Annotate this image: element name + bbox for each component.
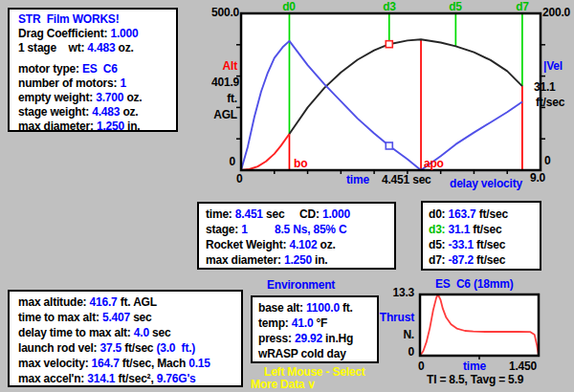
value-text: (3.0 ft.) xyxy=(156,341,195,355)
more-data-label: More Data xyxy=(251,378,304,391)
mouse-hint-label: Left Mouse - Select xyxy=(264,365,365,379)
label-text: launch rod vel: xyxy=(18,341,99,355)
value-text: 3.700 xyxy=(96,91,123,104)
label-text: in. xyxy=(312,253,328,267)
label-text: stage weight: xyxy=(18,105,92,119)
label-text: Rocket Weight: xyxy=(206,238,289,251)
environment-title: Environment xyxy=(267,278,335,292)
vel-axis-unit: ft/sec xyxy=(536,96,564,109)
label-text: d0: xyxy=(429,207,449,221)
info-line: STR Film WORKS! xyxy=(18,12,176,27)
info-line: max altitude: 416.7 ft. AGL xyxy=(18,294,241,310)
selection-marker-right[interactable] xyxy=(386,142,392,149)
wrasp-simulation-window: STR Film WORKS!Drag Coefficient: 1.0001 … xyxy=(0,0,574,392)
delay-line-label-d0[interactable]: d0 xyxy=(282,0,296,13)
thrust-curve-chart xyxy=(420,294,539,356)
label-text: ft/sec xyxy=(474,238,505,251)
label-text: ft/sec, Mach xyxy=(120,357,189,370)
label-text: motor type: xyxy=(18,62,82,76)
rocket-info-box: STR Film WORKS!Drag Coefficient: 1.0001 … xyxy=(8,8,178,132)
info-line: d5: -33.1 ft/sec xyxy=(429,237,540,252)
label-text: wRASP cold day xyxy=(258,347,346,360)
value-text: 37.5 xyxy=(99,341,121,355)
thrust-axis-zero-label: 0 xyxy=(382,345,414,359)
thrust-axis-title: Thrust xyxy=(376,311,414,324)
label-text: sec CD: xyxy=(263,207,322,221)
label-text: press: xyxy=(258,332,295,345)
label-text: in.Hg xyxy=(322,332,353,345)
selection-marker-left[interactable] xyxy=(386,41,392,48)
info-line: max diameter: 1.250 in. xyxy=(206,252,394,268)
value-text: 1.000 xyxy=(110,27,138,40)
label-text: time to max alt: xyxy=(18,311,102,324)
label-text: oz. xyxy=(123,91,142,104)
value-text: 8.451 xyxy=(235,207,263,221)
delay-velocity-axis-title: delay velocity xyxy=(450,177,522,190)
thrust-plot-background xyxy=(420,294,539,356)
label-text: ft/sec xyxy=(121,341,156,355)
label-text: time: xyxy=(206,207,235,221)
label-text: in. xyxy=(124,120,141,133)
time-axis-max-label: 9.0 xyxy=(530,171,545,185)
info-line: number of motors: 1 xyxy=(18,76,176,91)
info-line: d3: 31.1 ft/sec xyxy=(429,222,540,237)
thrust-time-max-label: 1.450 xyxy=(509,359,537,373)
value-text: 8.5 Ns, 85% C xyxy=(275,223,346,236)
value-text: 314.1 xyxy=(87,372,115,385)
value-text: 1 xyxy=(120,76,125,90)
delay-line-label-d7[interactable]: d7 xyxy=(516,0,529,13)
info-line: Rocket Weight: 4.102 oz. xyxy=(206,237,394,252)
thrust-axis-unit: N. xyxy=(382,328,414,341)
value-text: 29.92 xyxy=(295,332,322,345)
delay-velocities-box[interactable]: d0: 163.7 ft/secd3: 31.1 ft/secd5: -33.1… xyxy=(421,201,541,271)
apogee-label: apo xyxy=(424,157,444,170)
label-text: stage: xyxy=(206,223,241,236)
label-text: ft. xyxy=(340,301,353,315)
value-text: 416.7 xyxy=(90,295,118,309)
label-text: ft/sec xyxy=(474,253,505,267)
label-text: ft/sec², xyxy=(115,372,156,385)
flight-profile-chart[interactable] xyxy=(241,13,541,170)
label-text: ft. AGL xyxy=(118,295,157,309)
info-line: d7: -87.2 ft/sec xyxy=(429,252,540,268)
label-text: d5: xyxy=(429,238,449,251)
info-line: max diameter: 1.250 in. xyxy=(18,120,176,134)
value-text: 1.000 xyxy=(322,207,350,221)
info-line: Drag Coefficient: 1.000 xyxy=(18,27,176,41)
value-text: ES C6 xyxy=(82,62,118,76)
info-line: press: 29.92 in.Hg xyxy=(258,331,377,346)
delay-line-label-d5[interactable]: d5 xyxy=(449,0,462,13)
more-data-button[interactable]: More Data ∨ xyxy=(251,378,316,391)
value-text: 163.7 xyxy=(449,207,476,221)
label-text: STR Film WORKS! xyxy=(18,12,119,26)
alt-axis-max-label: 500.0 xyxy=(189,6,239,19)
rocket-info-top-lines: STR Film WORKS!Drag Coefficient: 1.0001 … xyxy=(18,12,176,55)
label-text: oz. xyxy=(317,238,335,251)
info-line: wRASP cold day xyxy=(258,346,377,361)
label-text: max accel'n: xyxy=(18,372,87,385)
alt-axis-title: Alt xyxy=(189,59,237,73)
alt-cursor-value: 401.9 xyxy=(188,76,239,89)
info-line: delay time to max alt: 4.0 sec xyxy=(18,325,241,340)
value-text: 9.76G's xyxy=(157,372,196,385)
label-text: temp: xyxy=(258,316,292,330)
label-text: base alt: xyxy=(258,301,306,315)
label-text: number of motors: xyxy=(18,76,120,90)
value-text: 4.483 xyxy=(87,41,115,54)
motor-title: ES C6 (18mm) xyxy=(435,277,513,291)
impulse-summary-label: TI = 8.5, Tavg = 5.9 xyxy=(427,373,523,386)
info-line: max velocity: 164.7 ft/sec, Mach 0.15 xyxy=(18,356,241,371)
label-text: max diameter: xyxy=(206,253,284,267)
label-text: oz. xyxy=(120,105,138,119)
info-line: motor type: ES C6 xyxy=(18,62,176,76)
spacer xyxy=(18,55,176,62)
performance-summary-box: max altitude: 416.7 ft. AGLtime to max a… xyxy=(8,290,243,387)
time-cursor-value: 4.451 sec xyxy=(382,173,431,186)
delay-line-label-d3[interactable]: d3 xyxy=(383,0,396,13)
label-text: 1 stage wt: xyxy=(18,41,87,54)
info-line: d0: 163.7 ft/sec xyxy=(429,207,540,222)
info-line: empty weight: 3.700 oz. xyxy=(18,91,176,105)
value-text: 5.407 xyxy=(102,311,130,324)
label-text xyxy=(248,223,275,236)
environment-lines: base alt: 1100.0 ft.temp: 41.0 °Fpress: … xyxy=(258,300,377,361)
